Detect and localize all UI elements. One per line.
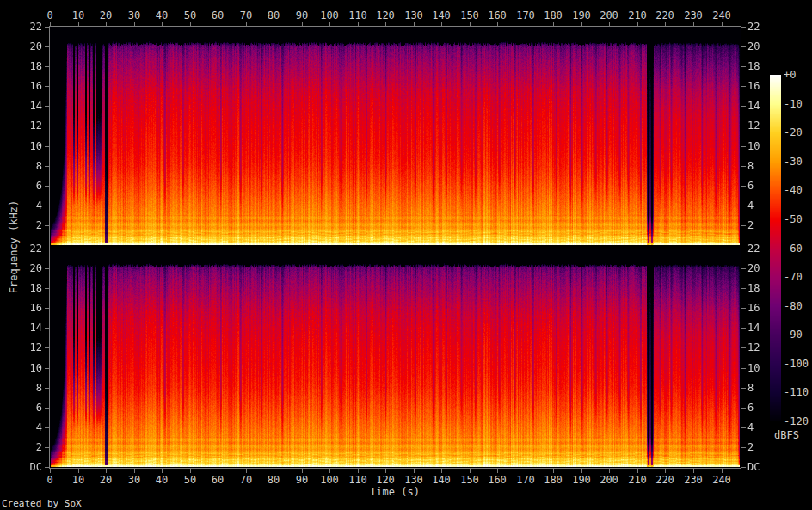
y-tick-left [45, 126, 49, 126]
y-tick-left [45, 288, 49, 289]
plot-border-top [49, 26, 741, 27]
x-tick-top [470, 22, 471, 26]
y-tick-left [45, 388, 49, 389]
y-tick-right [741, 86, 746, 87]
x-tick-top [106, 22, 107, 26]
colorbar-tick-label: -100 [784, 359, 809, 369]
y-tick-label-dc-right: DC [747, 462, 760, 472]
y-tick-right [741, 166, 746, 167]
y-tick-left [45, 27, 49, 28]
colorbar-title: dBFS [774, 430, 799, 441]
x-tick-label-top: 190 [572, 10, 591, 21]
x-tick-label-top: 90 [296, 10, 308, 21]
y-tick-left [45, 368, 49, 369]
y-tick-label-dc-left: DC [0, 462, 42, 472]
colorbar-tick-label: -90 [784, 329, 803, 340]
y-tick-label-right: 22 [747, 243, 760, 254]
y-tick-label-right: 2 [747, 442, 754, 452]
y-tick-left [45, 328, 49, 329]
x-tick-top [497, 22, 498, 26]
x-tick-bottom [526, 469, 526, 473]
y-tick-left [45, 447, 49, 448]
x-tick-label-bottom: 10 [72, 475, 84, 485]
y-tick-right [741, 249, 746, 249]
x-tick-bottom [218, 469, 218, 473]
y-tick-right [741, 186, 746, 187]
x-tick-top [441, 22, 442, 26]
y-tick-right [741, 288, 746, 289]
x-tick-top [162, 22, 163, 26]
y-tick-right [741, 146, 746, 147]
x-tick-bottom [553, 469, 554, 473]
y-tick-label-right: 20 [747, 263, 760, 273]
x-tick-top [218, 22, 218, 26]
y-tick-right [741, 427, 746, 428]
x-tick-bottom [246, 469, 247, 473]
credit-text: Created by SoX [2, 498, 82, 509]
y-tick-right [741, 27, 746, 28]
y-tick-label-right: 8 [747, 383, 754, 393]
colorbar-tick-label: -40 [784, 185, 803, 195]
x-tick-label-bottom: 50 [184, 475, 196, 485]
x-tick-label-bottom: 20 [100, 475, 112, 485]
x-tick-bottom [693, 469, 694, 473]
x-tick-label-bottom: 200 [600, 475, 618, 485]
x-tick-top [609, 22, 610, 26]
y-tick-right [741, 126, 746, 126]
y-tick-left [45, 166, 49, 167]
y-tick-right [741, 328, 746, 329]
x-tick-label-top: 20 [100, 10, 112, 21]
colorbar-tick-label: -120 [784, 416, 809, 427]
y-tick-label-right: 10 [747, 141, 760, 151]
y-tick-left [45, 86, 49, 87]
x-tick-bottom [162, 469, 163, 473]
x-tick-label-top: 170 [516, 10, 535, 21]
x-tick-top [246, 22, 247, 26]
y-tick-label-right: 12 [747, 120, 760, 131]
x-tick-top [274, 22, 274, 26]
x-tick-bottom [134, 469, 135, 473]
x-tick-label-top: 160 [488, 10, 507, 21]
y-tick-right [741, 308, 746, 309]
x-tick-top [693, 22, 694, 26]
x-tick-top [50, 22, 51, 26]
x-tick-label-top: 10 [72, 10, 84, 21]
y-tick-label-left: 6 [0, 402, 42, 413]
x-tick-label-bottom: 160 [488, 475, 507, 485]
y-tick-left [45, 268, 49, 269]
y-tick-label-left: 16 [0, 303, 42, 313]
y-tick-label-right: 6 [747, 402, 754, 413]
y-tick-right [741, 388, 746, 389]
x-tick-label-bottom: 80 [268, 475, 280, 485]
y-tick-right [741, 225, 746, 226]
y-tick-right [741, 408, 746, 409]
x-tick-label-bottom: 0 [46, 475, 52, 485]
x-tick-label-top: 180 [544, 10, 563, 21]
y-tick-left [45, 467, 49, 468]
x-tick-label-top: 0 [46, 10, 52, 21]
sox-spectrogram-figure: Frequency (kHz) Time (s) dBFS Created by… [0, 0, 812, 510]
spectrogram-channel-1 [50, 27, 741, 245]
x-tick-bottom [329, 469, 330, 473]
colorbar-tick-label: -80 [784, 301, 803, 311]
y-tick-right [741, 467, 746, 468]
y-tick-label-left: 8 [0, 383, 42, 393]
y-tick-right [741, 206, 746, 206]
y-tick-left [45, 46, 49, 47]
x-tick-top [190, 22, 191, 26]
y-tick-label-left: 14 [0, 323, 42, 333]
y-tick-label-left: 6 [0, 181, 42, 191]
y-tick-left [45, 225, 49, 226]
y-tick-left [45, 408, 49, 409]
x-tick-top [329, 22, 330, 26]
x-tick-label-bottom: 60 [212, 475, 224, 485]
x-tick-label-bottom: 90 [296, 475, 308, 485]
x-tick-bottom [497, 469, 498, 473]
x-tick-label-top: 50 [184, 10, 196, 21]
x-tick-label-bottom: 210 [628, 475, 647, 485]
colorbar-tick-label: -30 [784, 157, 803, 167]
y-tick-label-right: 14 [747, 101, 760, 111]
x-tick-label-top: 30 [128, 10, 140, 21]
x-tick-bottom [414, 469, 415, 473]
x-tick-bottom [665, 469, 666, 473]
